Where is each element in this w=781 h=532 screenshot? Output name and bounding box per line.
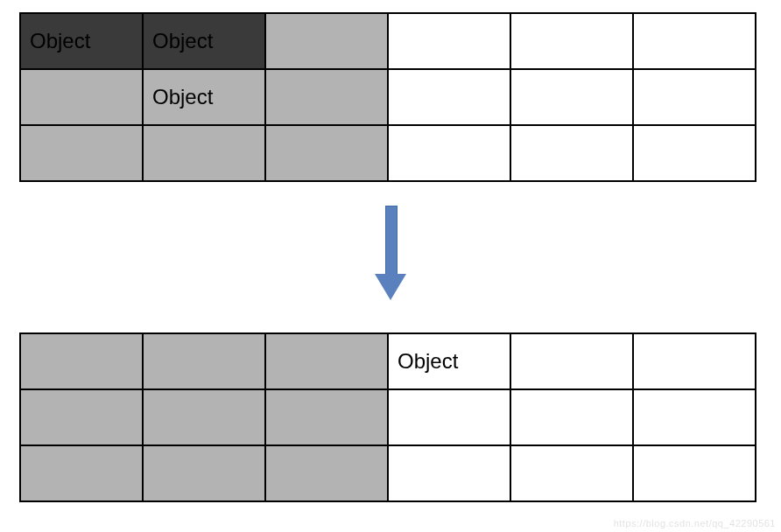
grid-bottom: Object (19, 332, 756, 502)
grid-top-cell (633, 69, 756, 125)
grid-top-cell: Object (143, 69, 265, 125)
grid-top-cell (510, 125, 633, 181)
grid-bottom-cell (510, 333, 633, 389)
grid-bottom-cell (388, 445, 510, 501)
grid-bottom-cell (143, 333, 265, 389)
grid-bottom-cell (265, 389, 388, 445)
watermark-text: https://blog.csdn.net/qq_42290561 (614, 518, 776, 528)
grid-top-cell (20, 69, 143, 125)
diagram-canvas: Object Object Object (0, 0, 781, 532)
grid-top-cell: Object (143, 13, 265, 69)
grid-top-cell (20, 125, 143, 181)
grid-bottom-cell (388, 389, 510, 445)
cell-label: Object (398, 349, 458, 373)
grid-top-cell (388, 125, 510, 181)
grid-bottom-cell (20, 389, 143, 445)
cell-label: Object (152, 29, 213, 52)
grid-bottom-cell (143, 445, 265, 501)
cell-label: Object (30, 29, 90, 52)
cell-label: Object (152, 85, 213, 108)
grid-top-cell (388, 69, 510, 125)
grid-top-cell (265, 69, 388, 125)
grid-bottom-cell (20, 445, 143, 501)
grid-top-cell (510, 69, 633, 125)
grid-bottom-cell (143, 389, 265, 445)
grid-bottom-cell: Object (388, 333, 510, 389)
grid-top-cell (633, 13, 756, 69)
grid-top-cell (265, 13, 388, 69)
grid-top-cell: Object (20, 13, 143, 69)
grid-top-cell (633, 125, 756, 181)
grid-bottom-cell (633, 389, 756, 445)
grid-bottom-cell (20, 333, 143, 389)
grid-top-cell (388, 13, 510, 69)
grid-bottom-cell (265, 445, 388, 501)
grid-bottom-cell (265, 333, 388, 389)
grid-top-cell (510, 13, 633, 69)
grid-top-cell (265, 125, 388, 181)
grid-bottom-cell (633, 445, 756, 501)
grid-bottom-cell (633, 333, 756, 389)
grid-top: Object Object Object (19, 12, 756, 182)
grid-bottom-cell (510, 445, 633, 501)
grid-bottom-cell (510, 389, 633, 445)
arrow-down-icon (382, 206, 399, 302)
grid-top-cell (143, 125, 265, 181)
